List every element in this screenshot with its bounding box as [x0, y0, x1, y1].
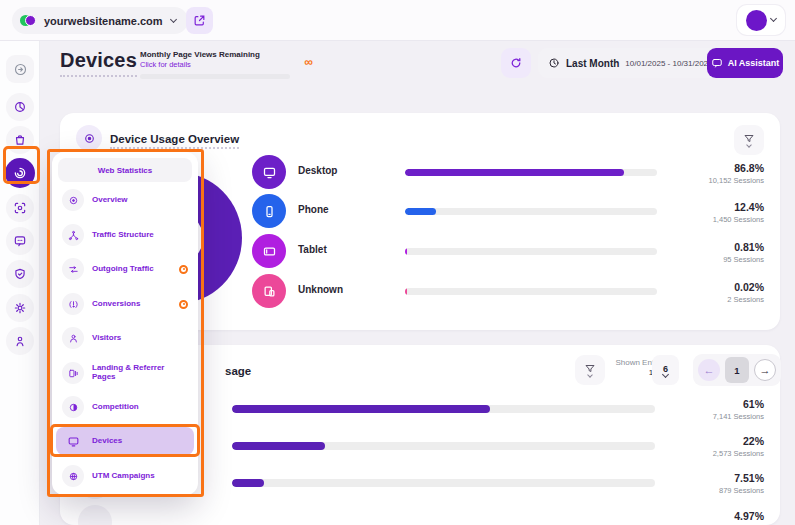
current-page[interactable]: 1 — [725, 357, 749, 383]
menu-item-label: Competition — [92, 403, 139, 412]
bar-track — [232, 405, 655, 413]
desktop-icon — [252, 155, 286, 189]
bar-track — [232, 442, 655, 450]
shuffle-arrows-icon — [62, 258, 84, 280]
row-icon-placeholder — [78, 505, 112, 525]
menu-item-outgoing-traffic[interactable]: Outgoing Traffic — [56, 255, 194, 283]
menu-item-label: Devices — [92, 437, 122, 446]
menu-item-utm-campaigns[interactable]: UTM Campaigns — [56, 462, 194, 490]
menu-item-devices[interactable]: Devices — [56, 427, 194, 455]
menu-item-label: Outgoing Traffic — [92, 265, 154, 274]
percent-value: 4.97% — [734, 510, 764, 522]
chat-icon[interactable] — [6, 227, 34, 255]
shopping-bag-icon[interactable] — [6, 126, 34, 154]
arrow-left-icon: ← — [704, 364, 715, 376]
icon-rail — [0, 41, 40, 525]
site-selector[interactable]: yourwebsitename.com — [12, 7, 188, 34]
user-pin-icon[interactable] — [6, 327, 34, 355]
bar-track — [405, 248, 657, 255]
exclamation-arcs-icon — [62, 293, 84, 315]
infinity-icon: ∞ — [304, 55, 313, 69]
site-domain: yourwebsitename.com — [44, 15, 163, 27]
external-link-icon — [193, 14, 206, 27]
device-label: Unknown — [298, 284, 343, 295]
device-stats: 0.02% 2 Sessions — [727, 281, 764, 304]
avatar — [746, 10, 767, 31]
menu-item-overview[interactable]: Overview — [56, 186, 194, 214]
percent-value: 12.4% — [713, 201, 764, 213]
usage-stats: 4.97% — [734, 510, 764, 522]
target-circles-icon — [62, 189, 84, 211]
quota-progressbar — [140, 74, 290, 79]
quota-widget: Monthly Page Views Remaining Click for d… — [140, 50, 295, 79]
menu-item-label: Landing & Referrer Pages — [92, 364, 188, 382]
bar-track — [405, 208, 657, 215]
menu-item-label: Conversions — [92, 300, 140, 309]
pie-chart-icon[interactable] — [6, 93, 34, 121]
orange-dot-icon — [179, 300, 188, 309]
menu-item-visitors[interactable]: Visitors — [56, 324, 194, 352]
menu-item-landing-referrer-pages[interactable]: Landing & Referrer Pages — [56, 359, 194, 387]
menu-item-label: UTM Campaigns — [92, 472, 155, 481]
percent-value: 86.8% — [709, 162, 764, 174]
network-nodes-icon — [62, 224, 84, 246]
clock-icon — [548, 57, 560, 69]
bar-fill — [405, 248, 407, 255]
device-stats: 86.8% 10,152 Sessions — [709, 162, 764, 185]
refresh-icon — [509, 56, 523, 70]
usage-stats: 7.51% 879 Sessions — [719, 472, 764, 495]
pagination: ← 1 → — [693, 354, 781, 386]
percent-value: 7.51% — [719, 472, 764, 484]
scan-target-icon[interactable] — [6, 194, 34, 222]
bar-fill — [405, 169, 624, 176]
sessions-value: 879 Sessions — [719, 486, 764, 495]
percent-value: 61% — [713, 398, 764, 410]
device-stats: 12.4% 1,450 Sessions — [713, 201, 764, 224]
next-page-button[interactable]: → — [754, 359, 776, 381]
bar-fill — [232, 479, 264, 487]
chevron-down-icon — [770, 15, 777, 22]
sessions-value: 2,573 Sessions — [713, 449, 764, 458]
filter-button[interactable] — [575, 355, 605, 385]
half-circle-icon — [62, 396, 84, 418]
period-label: Last Month — [566, 58, 619, 69]
menu-item-conversions[interactable]: Conversions — [56, 290, 194, 318]
refresh-button[interactable] — [501, 48, 531, 78]
filter-button[interactable] — [734, 125, 764, 155]
bar-track — [405, 169, 657, 176]
web-statistics-icon[interactable] — [5, 158, 35, 188]
bar-track — [232, 479, 655, 487]
open-site-button[interactable] — [186, 7, 213, 34]
date-range-picker[interactable]: Last Month 10/01/2025 - 10/31/2025 — [538, 48, 734, 78]
ai-assistant-button[interactable]: AI Assistant — [707, 48, 783, 78]
ai-assistant-label: AI Assistant — [728, 58, 780, 68]
monitor-icon — [62, 430, 84, 452]
usage-stats: 61% 7,141 Sessions — [713, 398, 764, 421]
account-menu[interactable] — [737, 5, 785, 35]
section-donut-icon — [76, 125, 102, 151]
shield-check-icon[interactable] — [6, 260, 34, 288]
sessions-value: 95 Sessions — [723, 255, 764, 264]
device-stats: 0.81% 95 Sessions — [723, 241, 764, 264]
card-title-visible-fragment: sage — [225, 365, 251, 379]
card-title: Device Usage Overview — [110, 133, 239, 149]
bar-fill — [232, 442, 325, 450]
period-range: 10/01/2025 - 10/31/2025 — [625, 59, 712, 68]
gear-icon[interactable] — [6, 294, 34, 322]
menu-item-label: Visitors — [92, 334, 121, 343]
menu-item-label: Traffic Structure — [92, 231, 154, 240]
percent-value: 22% — [713, 435, 764, 447]
quota-title: Monthly Page Views Remaining — [140, 50, 295, 59]
prev-page-button[interactable]: ← — [698, 359, 720, 381]
menu-item-competition[interactable]: Competition — [56, 393, 194, 421]
chevron-down-icon — [170, 15, 177, 22]
web-statistics-menu: Web Statistics Overview Traffic Structur… — [52, 152, 198, 495]
expand-sidebar-icon[interactable] — [6, 55, 34, 83]
percent-value: 0.02% — [727, 281, 764, 293]
menu-item-traffic-structure[interactable]: Traffic Structure — [56, 221, 194, 249]
quota-details-link[interactable]: Click for details — [140, 60, 295, 69]
bar-fill — [405, 208, 436, 215]
device-label: Phone — [298, 204, 329, 215]
page-size-select[interactable]: 6 — [652, 355, 679, 385]
arrow-right-icon: → — [760, 364, 771, 376]
